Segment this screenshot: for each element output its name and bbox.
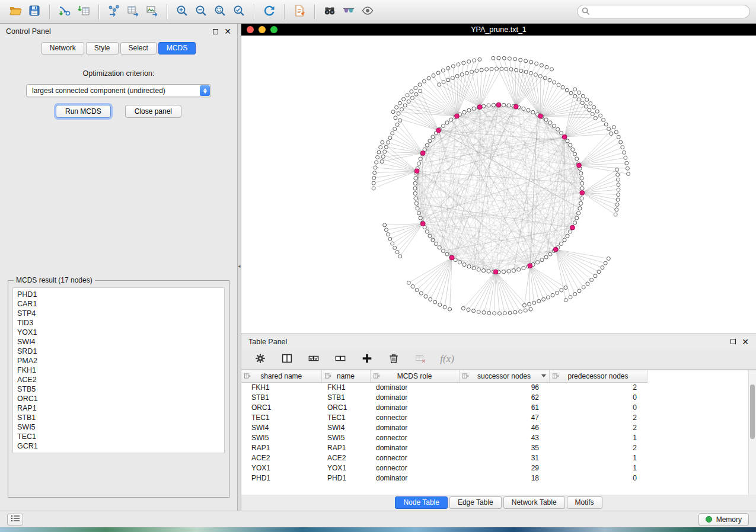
mcds-result-item[interactable]: TID3 [13, 318, 224, 328]
mcds-result-item[interactable]: ACE2 [13, 375, 224, 384]
float-panel-icon[interactable] [213, 29, 218, 34]
table-cell[interactable]: dominator [370, 382, 459, 392]
table-cell[interactable]: RAP1 [241, 443, 321, 453]
save-session-button[interactable] [25, 3, 44, 21]
splitter-collapse-icon[interactable]: ◂ [238, 264, 241, 269]
table-cell[interactable]: PHD1 [241, 473, 321, 483]
mcds-result-item[interactable]: ORC1 [13, 394, 224, 403]
import-network-button[interactable] [55, 3, 74, 21]
float-table-panel-icon[interactable] [731, 339, 736, 344]
column-header-mcds-role[interactable]: MCDS role [370, 370, 459, 382]
mcds-result-item[interactable]: TEC1 [13, 432, 224, 441]
table-cell[interactable]: PHD1 [321, 473, 370, 483]
table-row[interactable]: ACE2ACE2connector311 [241, 453, 748, 463]
search-input[interactable] [577, 5, 750, 18]
add-row-button[interactable] [360, 352, 374, 366]
table-cell[interactable]: 46 [459, 422, 549, 432]
open-file-button[interactable] [6, 3, 25, 21]
unselect-all-button[interactable] [333, 352, 347, 366]
zoom-out-button[interactable] [192, 3, 210, 21]
zoom-fit-button[interactable] [210, 3, 229, 21]
table-row[interactable]: TEC1TEC1connector472 [241, 412, 748, 422]
tab-select[interactable]: Select [120, 42, 157, 55]
search-network-button[interactable] [320, 3, 339, 21]
table-cell[interactable]: 31 [459, 453, 549, 463]
export-network-button[interactable] [104, 3, 123, 21]
tab-motifs[interactable]: Motifs [567, 496, 602, 509]
run-mcds-button[interactable]: Run MCDS [56, 105, 111, 118]
table-row[interactable]: STB1STB1dominator620 [241, 392, 748, 402]
zoom-in-button[interactable] [173, 3, 192, 21]
gear-button[interactable] [253, 352, 267, 366]
table-cell[interactable]: 1 [549, 453, 647, 463]
close-window-icon[interactable] [247, 26, 254, 33]
column-header-name[interactable]: name [321, 370, 370, 382]
delete-row-button[interactable] [387, 352, 401, 366]
table-cell[interactable]: 2 [549, 412, 647, 422]
export-table-button[interactable] [123, 3, 142, 21]
table-cell[interactable]: dominator [370, 422, 459, 432]
table-cell[interactable]: 62 [459, 392, 549, 402]
export-image-button[interactable] [142, 3, 161, 21]
tab-network-table[interactable]: Network Table [503, 496, 565, 509]
import-table-button[interactable] [74, 3, 93, 21]
mcds-result-item[interactable]: STB5 [13, 384, 224, 394]
network-canvas[interactable] [241, 36, 756, 334]
column-view-button[interactable] [280, 352, 294, 366]
table-cell[interactable]: TEC1 [241, 412, 321, 422]
tab-network[interactable]: Network [42, 42, 84, 55]
table-row[interactable]: ORC1ORC1dominator610 [241, 402, 748, 412]
mcds-result-item[interactable]: CAR1 [13, 299, 224, 309]
mcds-result-item[interactable]: RAP1 [13, 403, 224, 413]
table-cell[interactable]: ORC1 [321, 402, 370, 412]
criterion-select[interactable]: largest connected component (undirected) [26, 84, 211, 97]
mcds-result-item[interactable]: GCR1 [13, 441, 224, 451]
table-scrollbar[interactable] [748, 370, 756, 495]
select-all-button[interactable] [307, 352, 321, 366]
table-cell[interactable]: dominator [370, 473, 459, 483]
table-cell[interactable]: 29 [459, 463, 549, 473]
table-cell[interactable]: connector [370, 453, 459, 463]
filter-glasses-button[interactable] [339, 3, 358, 21]
table-cell[interactable]: FKH1 [321, 382, 370, 392]
close-panel-icon[interactable]: ✕ [224, 28, 231, 34]
table-cell[interactable]: 61 [459, 402, 549, 412]
status-menu-button[interactable] [7, 514, 23, 525]
table-cell[interactable]: 2 [549, 443, 647, 453]
mcds-result-item[interactable]: SWI5 [13, 422, 224, 432]
table-cell[interactable]: SWI4 [241, 422, 321, 432]
tab-node-table[interactable]: Node Table [395, 496, 448, 509]
table-cell[interactable]: FKH1 [241, 382, 321, 392]
table-cell[interactable]: SWI5 [321, 432, 370, 443]
minimize-window-icon[interactable] [259, 26, 266, 33]
table-cell[interactable]: dominator [370, 402, 459, 412]
maximize-window-icon[interactable] [270, 26, 277, 33]
table-row[interactable]: SWI5SWI5connector431 [241, 432, 748, 443]
show-hide-button[interactable] [358, 3, 377, 21]
mcds-result-item[interactable]: PHD1 [13, 290, 224, 299]
table-cell[interactable]: dominator [370, 392, 459, 402]
table-cell[interactable]: STB1 [321, 392, 370, 402]
table-cell[interactable]: 96 [459, 382, 549, 392]
table-row[interactable]: FKH1FKH1dominator962 [241, 382, 748, 392]
refresh-layout-button[interactable] [260, 3, 279, 21]
mcds-result-item[interactable]: STB1 [13, 413, 224, 422]
table-cell[interactable]: 0 [549, 392, 647, 402]
table-cell[interactable]: STB1 [241, 392, 321, 402]
column-header-predecessor-nodes[interactable]: predecessor nodes [549, 370, 647, 382]
vertical-splitter[interactable]: ◂ [237, 24, 241, 511]
table-row[interactable]: YOX1YOX1connector291 [241, 463, 748, 473]
table-cell[interactable]: YOX1 [321, 463, 370, 473]
zoom-selected-button[interactable] [229, 3, 248, 21]
table-cell[interactable]: ACE2 [321, 453, 370, 463]
table-row[interactable]: PHD1PHD1dominator180 [241, 473, 748, 483]
table-cell[interactable]: SWI4 [321, 422, 370, 432]
table-cell[interactable]: SWI5 [241, 432, 321, 443]
table-cell[interactable]: connector [370, 463, 459, 473]
table-cell[interactable]: RAP1 [321, 443, 370, 453]
table-cell[interactable]: 0 [549, 473, 647, 483]
table-cell[interactable]: connector [370, 432, 459, 443]
table-cell[interactable]: 2 [549, 382, 647, 392]
table-cell[interactable]: 1 [549, 463, 647, 473]
column-header-shared-name[interactable]: shared name [241, 370, 321, 382]
